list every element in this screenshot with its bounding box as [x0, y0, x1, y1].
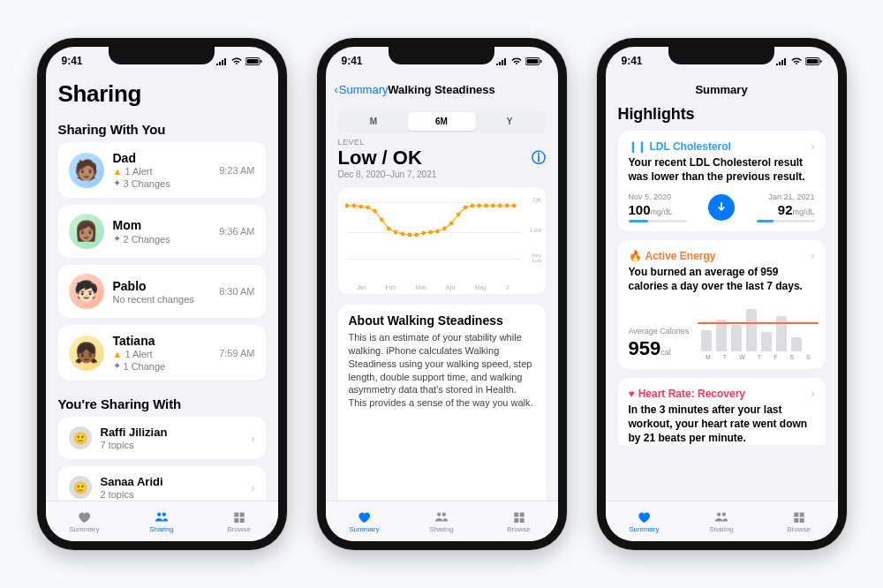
svg-rect-5 — [540, 60, 542, 63]
steadiness-chart: OK Low Very Low JanFebMarAprMayJ — [338, 188, 546, 294]
svg-point-24 — [470, 204, 474, 208]
nav-bar: Summary — [606, 75, 838, 103]
avatar: 🙂 — [69, 426, 92, 449]
highlight-ldl[interactable]: ❙❙LDL Cholesterol › Your recent LDL Chol… — [618, 131, 826, 231]
about-body: This is an estimate of your stability wh… — [349, 331, 535, 410]
tab-summary[interactable]: Summary — [606, 501, 683, 541]
contact-row[interactable]: 👧🏾 Tatiana ▲1 Alert ✦1 Change 7:59 AM — [58, 325, 266, 381]
svg-point-17 — [421, 231, 426, 236]
timestamp: 9:23 AM — [219, 165, 254, 176]
timestamp: 8:30 AM — [219, 286, 254, 297]
avatar: 👧🏾 — [69, 335, 104, 371]
x-axis: JanFebMarAprMayJ — [347, 284, 519, 290]
svg-point-25 — [477, 204, 481, 208]
avatar: 🧑🏽 — [69, 153, 104, 188]
tab-summary[interactable]: Summary — [46, 501, 124, 541]
nav-title: Walking Steadiness — [388, 83, 495, 96]
page-title: Sharing — [58, 80, 266, 108]
nav-bar: ‹Summary Walking Steadiness — [326, 75, 558, 103]
chevron-right-icon: › — [251, 432, 254, 445]
contact-name: Sanaa Aridi — [101, 475, 243, 488]
notch — [389, 47, 494, 64]
tab-sharing[interactable]: Sharing — [403, 501, 480, 541]
tab-browse[interactable]: Browse — [480, 501, 558, 541]
section-header-in: Sharing With You — [58, 122, 266, 137]
svg-point-20 — [442, 227, 446, 231]
tab-summary[interactable]: Summary — [326, 501, 404, 541]
tab-browse[interactable]: Browse — [760, 501, 838, 541]
seg-6month[interactable]: 6M — [408, 112, 476, 131]
chevron-left-icon: ‹ — [335, 83, 338, 96]
svg-point-7 — [351, 204, 356, 208]
svg-point-6 — [345, 204, 349, 208]
contact-name: Raffi Jilizian — [101, 426, 243, 439]
chevron-right-icon: › — [811, 139, 814, 153]
dot-icon: ✦ — [113, 177, 121, 189]
segmented-control[interactable]: M 6M Y — [338, 110, 546, 132]
section-header-out: You're Sharing With — [58, 396, 266, 411]
svg-rect-1 — [246, 59, 258, 64]
svg-point-11 — [380, 218, 384, 222]
flame-icon: 🔥 — [629, 250, 642, 262]
contact-row[interactable]: 👩🏽 Mom ✦2 Changes 9:36 AM — [58, 205, 266, 258]
highlight-heart-rate[interactable]: ♥Heart Rate: Recovery › In the 3 minutes… — [618, 378, 826, 445]
level-caption: LEVEL — [326, 138, 558, 147]
tab-browse[interactable]: Browse — [200, 501, 278, 541]
back-button[interactable]: ‹Summary — [335, 83, 389, 96]
svg-point-27 — [491, 204, 495, 208]
battery-icon — [245, 57, 262, 65]
tab-bar: Summary Sharing Browse — [606, 501, 838, 541]
avatar: 🧒🏻 — [69, 274, 104, 309]
contact-name: Tatiana — [113, 334, 211, 348]
svg-point-13 — [393, 230, 397, 235]
tab-sharing[interactable]: Sharing — [683, 501, 760, 541]
contact-name: Mom — [113, 218, 211, 232]
status-time: 9:41 — [62, 55, 83, 67]
timestamp: 7:59 AM — [219, 348, 254, 358]
svg-point-8 — [358, 205, 363, 209]
svg-point-22 — [456, 213, 460, 217]
highlight-energy[interactable]: 🔥Active Energy › You burned an average o… — [618, 240, 826, 369]
vitals-icon: ❙❙ — [629, 140, 646, 153]
outgoing-row[interactable]: 🙂 Raffi Jilizian 7 topics › — [58, 417, 266, 459]
notch — [668, 47, 774, 64]
tab-sharing[interactable]: Sharing — [123, 501, 200, 541]
timestamp: 9:36 AM — [219, 226, 254, 237]
svg-point-29 — [504, 204, 509, 208]
outgoing-row[interactable]: 🙂 Sanaa Aridi 2 topics › — [58, 466, 266, 501]
about-card: About Walking Steadiness This is an esti… — [338, 305, 546, 501]
svg-point-14 — [400, 232, 404, 237]
svg-point-26 — [484, 204, 488, 208]
svg-point-16 — [414, 233, 419, 237]
svg-rect-32 — [806, 59, 818, 64]
svg-rect-4 — [526, 59, 538, 64]
signal-icon — [215, 57, 228, 65]
contact-row[interactable]: 🧒🏻 Pablo No recent changes 8:30 AM — [58, 265, 266, 318]
notch — [109, 47, 215, 64]
info-button[interactable]: ⓘ — [532, 149, 546, 168]
nav-title: Summary — [695, 83, 747, 96]
seg-year[interactable]: Y — [476, 112, 544, 131]
svg-point-18 — [428, 230, 433, 235]
chevron-right-icon: › — [811, 387, 814, 400]
svg-rect-33 — [820, 60, 822, 63]
alert-icon: ▲ — [113, 166, 123, 177]
svg-point-30 — [511, 204, 516, 208]
contact-name: Dad — [113, 151, 211, 165]
svg-point-19 — [435, 230, 440, 234]
contact-name: Pablo — [113, 279, 211, 293]
calorie-bars — [701, 302, 814, 351]
svg-point-28 — [497, 204, 502, 208]
svg-point-12 — [386, 227, 390, 231]
phone-highlights: 9:41 Summary Highlights ❙❙LDL Cholestero… — [597, 38, 847, 550]
tab-bar: Summary Sharing Browse — [326, 501, 558, 541]
level-value: Low / OK — [338, 147, 422, 170]
contact-row[interactable]: 🧑🏽 Dad ▲1 Alert ✦3 Changes 9:23 AM — [58, 142, 266, 198]
svg-point-23 — [463, 206, 467, 210]
avatar: 👩🏽 — [69, 214, 104, 249]
svg-point-9 — [366, 206, 370, 210]
heart-icon: ♥ — [629, 388, 635, 400]
seg-month[interactable]: M — [340, 112, 408, 131]
chevron-right-icon: › — [811, 249, 814, 262]
svg-point-21 — [449, 222, 453, 226]
